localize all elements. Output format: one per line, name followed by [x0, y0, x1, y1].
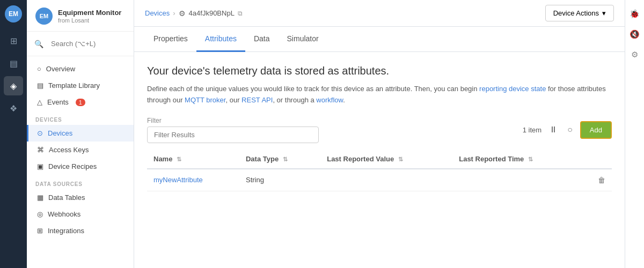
- sidebar-header: EM Equipment Monitor from Losant: [27, 0, 134, 32]
- tab-data[interactable]: Data: [245, 27, 279, 52]
- tabs-bar: Properties Attributes Data Simulator: [134, 27, 625, 52]
- add-button[interactable]: Add: [580, 121, 612, 139]
- page-title: Your device's telemetry data is stored a…: [147, 65, 612, 77]
- device-actions-button[interactable]: Device Actions ▾: [545, 5, 614, 21]
- attr-last-time-cell: [452, 169, 581, 191]
- tab-attributes[interactable]: Attributes: [196, 27, 245, 52]
- tab-properties[interactable]: Properties: [145, 27, 196, 52]
- pause-button[interactable]: ⏸: [547, 123, 560, 137]
- copy-icon[interactable]: ⧉: [238, 10, 243, 17]
- events-badge: 1: [76, 99, 85, 106]
- device-actions-label: Device Actions: [553, 9, 599, 17]
- topbar-actions: Device Actions ▾: [545, 5, 614, 21]
- sidebar-item-access-keys[interactable]: ⌘ Access Keys: [27, 142, 134, 158]
- filter-controls: 1 item ⏸ ○ Add: [523, 121, 612, 139]
- mqtt-broker-link[interactable]: MQTT broker: [185, 96, 225, 104]
- content-body: Your device's telemetry data is stored a…: [134, 52, 625, 204]
- device-recipes-icon: ▣: [37, 162, 43, 170]
- sidebar-item-integrations[interactable]: ⊞ Integrations: [27, 222, 134, 239]
- sidebar-item-label: Devices: [48, 129, 72, 137]
- puzzle-nav-icon[interactable]: ❖: [4, 99, 23, 118]
- breadcrumb: Devices › ⚙ 4a4fJk90BNpL ⧉: [145, 9, 243, 18]
- sidebar-item-webhooks[interactable]: ◎ Webhooks: [27, 206, 134, 222]
- table-header: Name ⇅ Data Type ⇅ Last Reported Value ⇅…: [147, 150, 612, 169]
- sidebar-item-label: Access Keys: [49, 146, 89, 154]
- col-last-reported-value: Last Reported Value ⇅: [320, 150, 452, 169]
- refresh-button[interactable]: ○: [565, 123, 575, 137]
- sidebar-item-events[interactable]: △ Events 1: [27, 94, 134, 110]
- col-data-type: Data Type ⇅: [239, 150, 320, 169]
- sidebar-item-label: Template Library: [48, 81, 100, 90]
- sidebar-item-label: Device Recipes: [48, 162, 97, 170]
- filter-row: Filter 1 item ⏸ ○ Add: [147, 117, 612, 143]
- sidebar-nav: ○ Overview ▤ Template Library △ Events 1…: [27, 56, 134, 243]
- lrv-sort-icon[interactable]: ⇅: [398, 156, 403, 162]
- filter-label: Filter: [147, 117, 319, 124]
- name-sort-icon[interactable]: ⇅: [177, 156, 181, 162]
- sidebar-item-template-library[interactable]: ▤ Template Library: [27, 77, 134, 94]
- app-logo[interactable]: EM: [5, 5, 22, 23]
- integrations-icon: ⊞: [37, 227, 43, 235]
- reporting-device-state-link[interactable]: reporting device state: [479, 85, 546, 93]
- devices-section-label: DEVICES: [27, 110, 134, 125]
- sidebar-item-data-tables[interactable]: ▦ Data Tables: [27, 189, 134, 206]
- col-actions: [582, 150, 612, 169]
- filter-input-wrap: [147, 126, 319, 143]
- content-description: Define each of the unique values you wou…: [147, 84, 612, 106]
- data-type-sort-icon[interactable]: ⇅: [283, 156, 288, 162]
- cube-nav-icon[interactable]: ◈: [4, 76, 23, 95]
- events-icon: △: [37, 98, 42, 106]
- layout-nav-icon[interactable]: ▤: [4, 54, 23, 73]
- sidebar-item-label: Data Tables: [48, 193, 85, 202]
- col-name: Name ⇅: [147, 150, 239, 169]
- breadcrumb-current: ⚙ 4a4fJk90BNpL ⧉: [179, 9, 243, 18]
- data-tables-icon: ▦: [37, 193, 43, 202]
- table-body: myNewAttribute String 🗑: [147, 169, 612, 191]
- lrt-sort-icon[interactable]: ⇅: [528, 156, 533, 162]
- breadcrumb-devices-link[interactable]: Devices: [145, 9, 170, 17]
- webhooks-icon: ◎: [37, 210, 43, 218]
- search-input[interactable]: [47, 37, 126, 50]
- icon-rail: EM ⊞ ▤ ◈ ❖: [0, 0, 27, 268]
- app-name: Equipment Monitor: [58, 9, 121, 17]
- template-icon: ▤: [37, 81, 43, 90]
- topbar: Devices › ⚙ 4a4fJk90BNpL ⧉ Device Action…: [134, 0, 625, 27]
- col-last-reported-time: Last Reported Time ⇅: [452, 150, 581, 169]
- sidebar-item-label: Overview: [46, 65, 75, 73]
- devices-icon: ⊙: [37, 129, 43, 137]
- sidebar-item-label: Integrations: [48, 227, 84, 235]
- sidebar-item-label: Events: [47, 98, 69, 106]
- rest-api-link[interactable]: REST API: [241, 96, 273, 104]
- access-keys-icon: ⌘: [37, 146, 44, 154]
- sidebar-item-device-recipes[interactable]: ▣ Device Recipes: [27, 158, 134, 175]
- tab-simulator[interactable]: Simulator: [279, 27, 327, 52]
- sidebar-item-label: Webhooks: [48, 210, 80, 218]
- right-panel: 🐞 🔇 ⚙: [625, 0, 644, 268]
- table-row: myNewAttribute String 🗑: [147, 169, 612, 191]
- item-count: 1 item: [523, 126, 541, 134]
- attr-name-cell: myNewAttribute: [147, 169, 239, 191]
- sidebar: EM Equipment Monitor from Losant 🔍 ○ Ove…: [27, 0, 134, 268]
- attr-name-link[interactable]: myNewAttribute: [153, 176, 203, 184]
- search-icon: 🔍: [34, 40, 43, 48]
- app-sub: from Losant: [58, 17, 121, 24]
- mute-icon[interactable]: 🔇: [627, 27, 642, 42]
- sidebar-search-area: 🔍: [27, 32, 134, 56]
- delete-attr-button[interactable]: 🗑: [598, 176, 605, 184]
- datasources-section-label: DATA SOURCES: [27, 175, 134, 189]
- debug-icon[interactable]: 🐞: [627, 6, 642, 21]
- content-area: Properties Attributes Data Simulator You…: [134, 27, 625, 268]
- attr-data-type-cell: String: [239, 169, 320, 191]
- overview-icon: ○: [37, 65, 41, 73]
- attr-last-value-cell: [320, 169, 452, 191]
- breadcrumb-separator: ›: [173, 9, 175, 17]
- sidebar-item-devices[interactable]: ⊙ Devices: [27, 125, 134, 142]
- filter-input[interactable]: [147, 126, 319, 143]
- grid-nav-icon[interactable]: ⊞: [4, 31, 23, 50]
- filter-section: Filter: [147, 117, 319, 143]
- device-settings-icon: ⚙: [179, 9, 186, 18]
- settings-icon[interactable]: ⚙: [627, 47, 642, 62]
- workflow-link[interactable]: workflow: [316, 96, 343, 104]
- sidebar-item-overview[interactable]: ○ Overview: [27, 61, 134, 77]
- dropdown-icon: ▾: [602, 9, 606, 17]
